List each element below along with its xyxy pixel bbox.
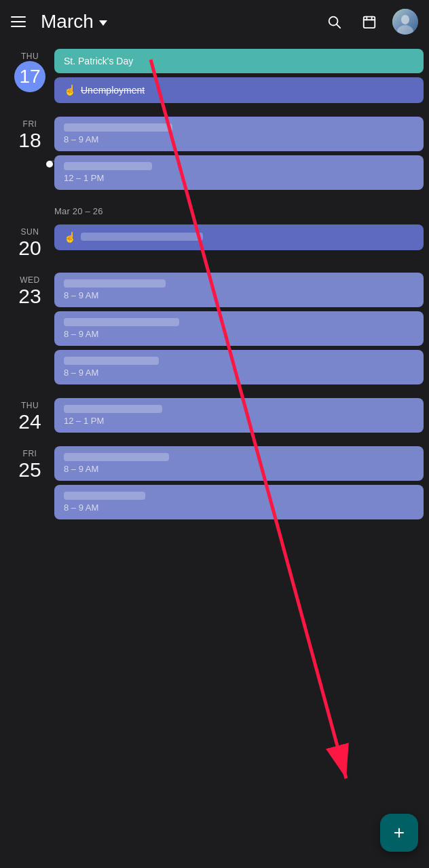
day-events-sun-20: ☝ <box>54 224 424 250</box>
day-label-thu-24: Thu24 <box>5 398 54 433</box>
calendar-view-button[interactable] <box>357 9 381 34</box>
event-title-blurred-thu24-event1 <box>64 405 162 413</box>
event-time-fri25-event2: 8 – 9 AM <box>64 502 414 513</box>
svg-line-1 <box>337 24 340 28</box>
day-number-fri-25: 25 <box>18 458 41 481</box>
event-icon-unemployment: ☝ <box>64 84 77 96</box>
day-number-wed-23: 23 <box>18 285 41 307</box>
event-row-fri18-event2 <box>64 162 414 172</box>
day-section-thu-17: Thu17St. Patrick's Day☝Unemployment <box>5 43 424 106</box>
event-row-fri25-event2 <box>64 492 414 501</box>
event-wed23-event3[interactable]: 8 – 9 AM <box>54 350 424 384</box>
event-time-fri18-event1: 8 – 9 AM <box>64 134 414 144</box>
event-title-blurred-sun20-event1 <box>81 233 203 241</box>
event-title-unemployment: Unemployment <box>81 85 145 96</box>
day-name-wed-23: Wed <box>20 275 40 285</box>
event-time-fri18-event2: 12 – 1 PM <box>64 173 414 183</box>
event-time-wed23-event2: 8 – 9 AM <box>64 329 414 339</box>
day-events-thu-24: 12 – 1 PM <box>54 398 424 433</box>
event-row-wed23-event1 <box>64 279 414 289</box>
event-thu24-event1[interactable]: 12 – 1 PM <box>54 398 424 433</box>
event-title-blurred-fri18-event1 <box>64 123 172 132</box>
event-title-st-patricks: St. Patrick's Day <box>64 56 414 66</box>
event-sun20-event1[interactable]: ☝ <box>54 224 424 250</box>
event-row-wed23-event3 <box>64 357 414 366</box>
day-label-fri-18: Fri18 <box>5 117 54 151</box>
event-time-wed23-event3: 8 – 9 AM <box>64 368 414 378</box>
calendar-body: Thu17St. Patrick's Day☝UnemploymentFri18… <box>0 43 429 528</box>
search-button[interactable] <box>322 9 346 34</box>
day-label-thu-17: Thu17 <box>5 49 54 92</box>
event-st-patricks[interactable]: St. Patrick's Day <box>54 49 424 73</box>
day-label-wed-23: Wed23 <box>5 273 54 307</box>
day-section-wed-23: Wed238 – 9 AM8 – 9 AM8 – 9 AM <box>5 267 424 387</box>
day-name-fri-25: Fri <box>23 449 37 458</box>
day-number-thu-17: 17 <box>14 61 45 92</box>
event-time-thu24-event1: 12 – 1 PM <box>64 416 414 426</box>
event-row-fri18-event1 <box>64 123 414 133</box>
svg-rect-2 <box>364 17 375 28</box>
day-name-thu-24: Thu <box>21 401 39 410</box>
header-icons <box>322 9 418 35</box>
user-avatar[interactable] <box>392 9 418 35</box>
day-name-thu-17: Thu <box>21 52 39 61</box>
event-wed23-event2[interactable]: 8 – 9 AM <box>54 311 424 346</box>
day-name-sun-20: Sun <box>21 227 39 237</box>
event-time-wed23-event1: 8 – 9 AM <box>64 290 414 300</box>
day-number-thu-24: 24 <box>18 410 41 433</box>
event-title-blurred-fri25-event2 <box>64 492 145 500</box>
day-number-sun-20: 20 <box>18 237 41 259</box>
day-section-sun-20: Sun20☝ <box>5 219 424 262</box>
event-wed23-event1[interactable]: 8 – 9 AM <box>54 273 424 307</box>
day-events-fri-18: 8 – 9 AM12 – 1 PM <box>54 117 424 190</box>
month-label: March <box>41 11 94 33</box>
event-row-wed23-event2 <box>64 318 414 328</box>
event-fri18-event1[interactable]: 8 – 9 AM <box>54 117 424 151</box>
day-label-fri-25: Fri25 <box>5 446 54 481</box>
month-title[interactable]: March <box>41 11 107 33</box>
add-event-fab[interactable]: + <box>380 814 418 852</box>
event-row-thu24-event1 <box>64 405 414 414</box>
event-title-blurred-fri18-event2 <box>64 162 152 170</box>
event-unemployment[interactable]: ☝Unemployment <box>54 77 424 103</box>
month-dropdown-icon <box>99 20 107 26</box>
day-name-fri-18: Fri <box>23 119 37 129</box>
event-title-blurred-wed23-event1 <box>64 279 166 288</box>
event-title-blurred-wed23-event2 <box>64 318 179 326</box>
event-icon-sun20-event1: ☝ <box>64 231 77 243</box>
week-separator: Mar 20 – 26 <box>5 198 424 219</box>
day-events-thu-17: St. Patrick's Day☝Unemployment <box>54 49 424 103</box>
day-section-fri-25: Fri258 – 9 AM8 – 9 AM <box>5 441 424 522</box>
event-time-fri25-event1: 8 – 9 AM <box>64 464 414 474</box>
event-fri18-event2[interactable]: 12 – 1 PM <box>54 155 424 190</box>
menu-button[interactable] <box>11 9 35 34</box>
day-section-thu-24: Thu2412 – 1 PM <box>5 393 424 435</box>
event-row-fri25-event1 <box>64 453 414 462</box>
event-fri25-event2[interactable]: 8 – 9 AM <box>54 485 424 519</box>
event-fri25-event1[interactable]: 8 – 9 AM <box>54 446 424 481</box>
day-label-sun-20: Sun20 <box>5 224 54 259</box>
day-events-wed-23: 8 – 9 AM8 – 9 AM8 – 9 AM <box>54 273 424 384</box>
event-title-blurred-fri25-event1 <box>64 453 169 461</box>
day-events-fri-25: 8 – 9 AM8 – 9 AM <box>54 446 424 519</box>
event-row-unemployment: ☝Unemployment <box>64 84 414 96</box>
day-section-fri-18: Fri188 – 9 AM12 – 1 PM <box>5 111 424 193</box>
event-title-blurred-wed23-event3 <box>64 357 159 365</box>
current-time-dot <box>46 161 53 167</box>
svg-point-7 <box>401 15 409 24</box>
event-row-sun20-event1: ☝ <box>64 231 414 243</box>
day-number-fri-18: 18 <box>18 129 41 151</box>
app-header: March <box>0 0 429 43</box>
add-icon: + <box>394 823 405 842</box>
